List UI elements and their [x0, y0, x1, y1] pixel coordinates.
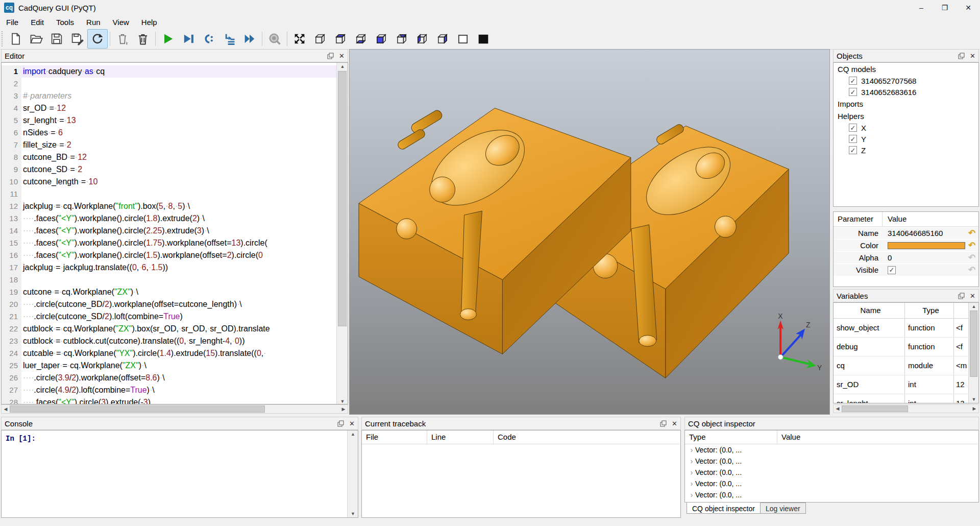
continue-button[interactable]	[239, 29, 260, 49]
code-editor[interactable]: 1import·cadquery·as·cq23#·parameters4sr_…	[1, 62, 348, 404]
code-line-7[interactable]: 7fillet_size·=·2	[2, 139, 336, 151]
code-line-5[interactable]: 5sr_lenght·=·13	[2, 114, 336, 127]
code-line-21[interactable]: 21····.circle(cutcone_SD/2).loft(combine…	[2, 310, 336, 323]
save-as-button[interactable]	[67, 29, 87, 49]
code-line-10[interactable]: 10cutcone_length·=·10	[2, 176, 336, 188]
objects-tree[interactable]: CQ models✓3140652707568✓3140652683616Imp…	[833, 62, 979, 207]
scroll-down-arrow[interactable]: ▼	[348, 510, 358, 517]
expand-chevron-icon[interactable]: ›	[688, 480, 695, 488]
editor-vertical-scrollbar[interactable]: ▲ ▼	[336, 63, 348, 404]
toolbar-grip[interactable]	[2, 31, 6, 46]
render-button[interactable]	[112, 29, 133, 49]
code-line-28[interactable]: 28····.faces("<Y").circle(3).extrude(-3)	[2, 396, 336, 404]
code-line-9[interactable]: 9cutcone_SD·=·2	[2, 163, 336, 176]
undo-icon[interactable]: ↶	[965, 240, 978, 251]
float-panel-icon[interactable]	[660, 420, 667, 427]
editor-horizontal-scrollbar[interactable]: ◀ ▶	[1, 404, 348, 414]
menu-item-file[interactable]: File	[0, 16, 24, 28]
parameter-value[interactable]: 0	[883, 253, 965, 262]
console[interactable]: In [1]: ▲ ▼	[1, 430, 358, 518]
open-file-button[interactable]	[26, 29, 46, 49]
scroll-up-arrow[interactable]: ▲	[348, 431, 358, 438]
tree-group-cq-models[interactable]: CQ models	[834, 63, 978, 75]
expand-chevron-icon[interactable]: ›	[688, 468, 695, 476]
float-panel-icon[interactable]	[958, 53, 965, 59]
float-panel-icon[interactable]	[958, 293, 965, 299]
checkbox[interactable]: ✓	[849, 88, 857, 96]
tree-item[interactable]: ✓3140652683616	[834, 86, 978, 98]
variables-table[interactable]: NameTypeshow_objectfunction<fdebugfuncti…	[833, 302, 979, 403]
menu-item-view[interactable]: View	[107, 16, 135, 28]
view-iso-button[interactable]	[310, 29, 330, 49]
inspector-row[interactable]: ›Vector: (0.0, ...	[685, 444, 978, 456]
breakpoints-button[interactable]	[199, 29, 219, 49]
checkbox[interactable]: ✓	[849, 124, 857, 132]
clear-button[interactable]	[133, 29, 153, 49]
color-swatch[interactable]	[888, 242, 965, 249]
variable-row-cq[interactable]: cqmodule<m	[834, 356, 968, 375]
checkbox[interactable]: ✓	[849, 146, 857, 154]
persp-black-button[interactable]	[473, 29, 494, 49]
close-panel-icon[interactable]: ✕	[970, 293, 975, 299]
step-button[interactable]	[219, 29, 239, 49]
parameter-value[interactable]	[883, 242, 965, 249]
code-line-8[interactable]: 8cutcone_BD·=·12	[2, 151, 336, 163]
code-line-18[interactable]: 18	[2, 274, 336, 286]
tree-item[interactable]: ✓Y	[834, 133, 978, 145]
inspector-table[interactable]: Type Value ›Vector: (0.0, ...›Vector: (0…	[684, 430, 979, 503]
code-line-12[interactable]: 12jackplug·=·cq.Workplane("front").box(5…	[2, 200, 336, 212]
variable-row-sr_OD[interactable]: sr_ODint12	[834, 375, 968, 394]
tree-item[interactable]: ✓Z	[834, 145, 978, 156]
tab-cq-object-inspector[interactable]: CQ object inspector	[687, 503, 761, 514]
float-panel-icon[interactable]	[337, 420, 344, 427]
code-line-13[interactable]: 13····.faces("<Y").workplane().circle(1.…	[2, 212, 336, 225]
view-front-button[interactable]	[371, 29, 391, 49]
expand-chevron-icon[interactable]: ›	[688, 457, 695, 465]
variables-vertical-scrollbar[interactable]: ▲ ▼	[968, 303, 979, 403]
parameter-value[interactable]: ✓	[883, 266, 965, 274]
debug-button[interactable]	[178, 29, 199, 49]
code-line-1[interactable]: 1import·cadquery·as·cq	[2, 65, 336, 78]
code-line-15[interactable]: 15····.faces("<Y").workplane().circle(1.…	[2, 237, 336, 249]
expand-chevron-icon[interactable]: ›	[688, 491, 695, 499]
code-line-19[interactable]: 19cutcone·=·cq.Workplane("ZX")·\	[2, 286, 336, 298]
scroll-up-arrow[interactable]: ▲	[337, 63, 348, 70]
parameter-value[interactable]: 3140646685160	[883, 229, 965, 237]
code-line-27[interactable]: 27····.circle(4.9/2).loft(combine=True)·…	[2, 384, 336, 396]
persp-white-button[interactable]	[453, 29, 473, 49]
view-top-button[interactable]	[330, 29, 351, 49]
code-line-2[interactable]: 2	[2, 78, 336, 90]
variables-horizontal-scrollbar[interactable]: ◀ ▶	[833, 404, 979, 413]
menu-item-tools[interactable]: Tools	[50, 16, 80, 28]
inspector-row[interactable]: ›Vector: (0.0, ...	[685, 478, 978, 489]
run-button[interactable]	[158, 29, 178, 49]
code-area[interactable]: 1import·cadquery·as·cq23#·parameters4sr_…	[2, 63, 336, 404]
view-right-button[interactable]	[432, 29, 453, 49]
close-panel-icon[interactable]: ✕	[970, 53, 975, 59]
close-panel-icon[interactable]: ✕	[339, 53, 345, 59]
view-left-button[interactable]	[412, 29, 432, 49]
scroll-down-arrow[interactable]: ▼	[337, 398, 348, 404]
tree-item[interactable]: ✓3140652707568	[834, 75, 978, 86]
code-line-20[interactable]: 20····.circle(cutcone_BD/2).workplane(of…	[2, 298, 336, 310]
float-panel-icon[interactable]	[327, 53, 334, 59]
checkbox[interactable]: ✓	[888, 266, 896, 274]
fit-view-button[interactable]	[289, 29, 310, 49]
minimize-button[interactable]: –	[910, 0, 933, 15]
viewport-3d[interactable]: X Z Y	[349, 49, 830, 415]
code-line-17[interactable]: 17jackplug·=·jackplug.translate((0,·6,·1…	[2, 261, 336, 274]
scroll-left-arrow[interactable]: ◀	[835, 405, 841, 413]
maximize-button[interactable]: ❐	[933, 0, 957, 15]
code-line-23[interactable]: 23cutblock·=·cutblock.cut(cutcone).trans…	[2, 335, 336, 347]
close-button[interactable]: ✕	[957, 0, 980, 15]
menu-item-help[interactable]: Help	[135, 16, 163, 28]
code-line-26[interactable]: 26····.circle(3.9/2).workplane(offset=8.…	[2, 372, 336, 384]
code-line-11[interactable]: 11	[2, 188, 336, 200]
inspector-row[interactable]: ›Vector: (0.0, ...	[685, 467, 978, 478]
tab-log-viewer[interactable]: Log viewer	[761, 503, 806, 514]
menu-item-edit[interactable]: Edit	[24, 16, 50, 28]
undo-icon[interactable]: ↶	[965, 228, 978, 238]
view-back-button[interactable]	[391, 29, 412, 49]
tree-item[interactable]: ✓X	[834, 122, 978, 133]
scroll-right-arrow[interactable]: ▶	[971, 405, 977, 413]
